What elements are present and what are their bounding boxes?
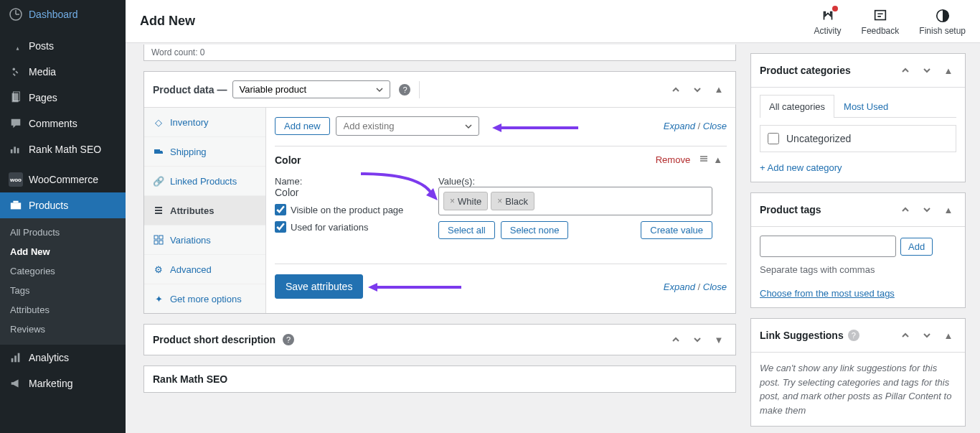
- category-label: Uncategorized: [786, 133, 851, 144]
- chevron-up-icon[interactable]: [897, 202, 913, 218]
- tags-input[interactable]: [760, 236, 896, 257]
- used-checkbox[interactable]: [275, 221, 286, 233]
- tab-shipping[interactable]: Shipping: [144, 137, 265, 167]
- visible-checkbox-label[interactable]: Visible on the product page: [275, 204, 425, 215]
- chevron-down-icon[interactable]: [919, 202, 935, 218]
- media-icon: [9, 65, 23, 79]
- tags-hint: Separate tags with commas: [760, 264, 956, 275]
- expand-link[interactable]: Expand: [664, 121, 695, 131]
- link-suggestions-box: Link Suggestions ? ▲ We can't show any l…: [750, 318, 966, 427]
- values-label: Value(s):: [438, 176, 712, 187]
- product-type-select[interactable]: Variable product: [232, 80, 390, 98]
- remove-attribute-link[interactable]: Remove: [656, 154, 690, 165]
- select-all-button[interactable]: Select all: [438, 221, 495, 239]
- close-link[interactable]: Close: [703, 121, 727, 131]
- visible-checkbox[interactable]: [275, 204, 286, 215]
- sidebar-item-label: Analytics: [29, 352, 69, 363]
- chevron-down-icon[interactable]: [919, 327, 935, 343]
- help-icon[interactable]: ?: [848, 330, 859, 341]
- sidebar-item-label: Posts: [29, 40, 54, 52]
- product-data-tabs: ◇Inventory Shipping 🔗Linked Products Att…: [144, 108, 266, 313]
- tab-most-used[interactable]: Most Used: [834, 95, 897, 118]
- woo-icon: woo: [9, 172, 23, 187]
- tab-all-categories[interactable]: All categories: [760, 95, 834, 118]
- chevron-up-icon[interactable]: [897, 327, 913, 343]
- caret-up-icon[interactable]: ▲: [713, 154, 722, 165]
- used-checkbox-label[interactable]: Used for variations: [275, 221, 425, 233]
- svg-point-1: [13, 68, 16, 71]
- link-suggestions-title: Link Suggestions: [760, 330, 844, 341]
- sidebar-item-posts[interactable]: Posts: [0, 33, 126, 59]
- chart-icon: [9, 142, 23, 157]
- drag-handle-icon[interactable]: [699, 154, 709, 166]
- sidebar-item-comments[interactable]: Comments: [0, 111, 126, 136]
- sidebar-item-products[interactable]: Products: [0, 192, 126, 218]
- help-icon[interactable]: ?: [399, 84, 410, 96]
- chevron-down-icon[interactable]: [919, 62, 935, 78]
- choose-most-used-tags-link[interactable]: Choose from the most used tags: [760, 288, 895, 299]
- feedback-button[interactable]: Feedback: [862, 7, 900, 36]
- add-existing-select[interactable]: Add existing: [336, 116, 479, 136]
- tab-inventory[interactable]: ◇Inventory: [144, 108, 265, 137]
- chevron-up-icon[interactable]: [668, 332, 684, 348]
- link-icon: 🔗: [153, 175, 164, 187]
- create-value-button[interactable]: Create value: [641, 221, 712, 239]
- select-none-button[interactable]: Select none: [501, 221, 569, 239]
- token-label: Black: [505, 196, 528, 207]
- sidebar-item-pages[interactable]: Pages: [0, 85, 126, 111]
- remove-token-icon[interactable]: ×: [450, 196, 455, 206]
- help-icon[interactable]: ?: [283, 334, 294, 345]
- annotation-arrow-3: [364, 280, 465, 294]
- submenu-all-products[interactable]: All Products: [0, 223, 126, 242]
- tab-variations[interactable]: Variations: [144, 225, 265, 255]
- remove-token-icon[interactable]: ×: [497, 196, 502, 206]
- caret-up-icon[interactable]: ▲: [941, 202, 956, 218]
- caret-up-icon[interactable]: ▲: [941, 62, 956, 78]
- tab-attributes[interactable]: Attributes: [144, 196, 265, 225]
- tab-label: Attributes: [170, 205, 214, 216]
- svg-rect-14: [154, 149, 160, 154]
- submenu-categories[interactable]: Categories: [0, 261, 126, 281]
- sidebar-item-media[interactable]: Media: [0, 59, 126, 85]
- tab-linked-products[interactable]: 🔗Linked Products: [144, 167, 265, 196]
- attribute-name-title: Color: [275, 154, 301, 166]
- activity-button[interactable]: Activity: [814, 7, 842, 36]
- category-checkbox-row[interactable]: Uncategorized: [768, 133, 948, 144]
- svg-rect-11: [18, 353, 20, 363]
- close-link-bottom[interactable]: Close: [703, 281, 727, 292]
- values-tokenbox[interactable]: ×White ×Black: [438, 187, 712, 215]
- add-new-attribute-button[interactable]: Add new: [275, 117, 330, 135]
- caret-up-icon[interactable]: ▲: [711, 82, 727, 98]
- add-tag-button[interactable]: Add: [900, 238, 933, 256]
- value-token[interactable]: ×Black: [491, 192, 534, 210]
- submenu-attributes[interactable]: Attributes: [0, 300, 126, 320]
- sidebar-item-rankmath[interactable]: Rank Math SEO: [0, 136, 126, 162]
- comment-icon: [9, 116, 23, 131]
- caret-up-icon[interactable]: ▲: [941, 327, 956, 343]
- sparkle-icon: ✦: [153, 293, 164, 304]
- expand-link-bottom[interactable]: Expand: [664, 281, 695, 292]
- dashboard-icon: [9, 7, 23, 22]
- add-new-category-link[interactable]: + Add new category: [760, 162, 842, 173]
- sidebar-item-label: Products: [29, 200, 68, 211]
- chevron-down-icon[interactable]: [689, 332, 705, 348]
- divider: [419, 81, 420, 98]
- submenu-tags[interactable]: Tags: [0, 281, 126, 300]
- finish-setup-button[interactable]: Finish setup: [919, 7, 966, 36]
- sidebar-item-marketing[interactable]: Marketing: [0, 371, 126, 396]
- save-attributes-button[interactable]: Save attributes: [275, 274, 363, 299]
- category-checkbox[interactable]: [768, 133, 779, 144]
- tab-get-more[interactable]: ✦Get more options: [144, 284, 265, 313]
- grid-icon: [153, 234, 164, 246]
- tab-advanced[interactable]: ⚙Advanced: [144, 255, 265, 284]
- chevron-up-icon[interactable]: [668, 82, 684, 98]
- sidebar-item-woocommerce[interactable]: woo WooCommerce: [0, 167, 126, 192]
- chevron-down-icon[interactable]: [689, 82, 705, 98]
- attribute-row: Color Remove ▲ Name: Color: [275, 146, 727, 253]
- caret-down-icon[interactable]: ▼: [711, 332, 727, 348]
- chevron-up-icon[interactable]: [897, 62, 913, 78]
- sidebar-item-analytics[interactable]: Analytics: [0, 345, 126, 371]
- submenu-add-new[interactable]: Add New: [0, 242, 126, 261]
- submenu-reviews[interactable]: Reviews: [0, 320, 126, 339]
- sidebar-item-dashboard[interactable]: Dashboard: [0, 0, 126, 29]
